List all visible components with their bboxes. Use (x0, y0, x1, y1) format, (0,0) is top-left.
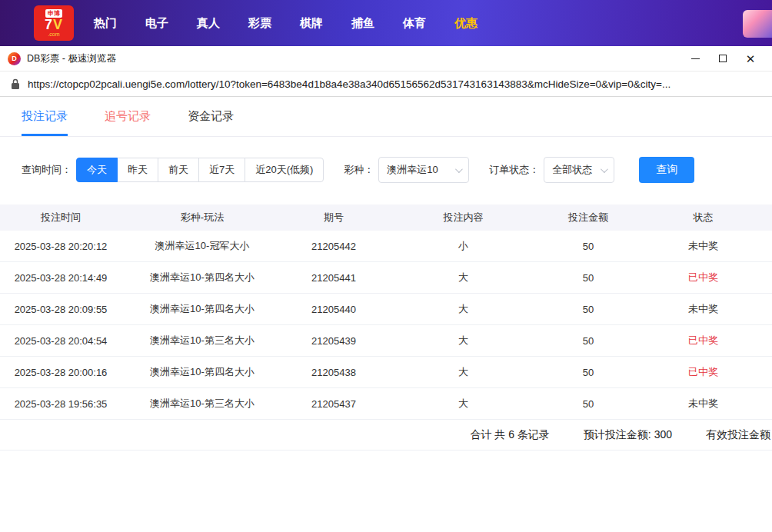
lottery-select[interactable]: 澳洲幸运10 (378, 157, 469, 183)
cell-game: 澳洲幸运10-第四名大小 (121, 262, 283, 293)
browser-favicon-icon: D (8, 52, 21, 65)
nav-item-live[interactable]: 真人 (197, 16, 220, 31)
cell-time: 2025-03-28 20:14:49 (0, 262, 121, 293)
time-filter-label: 查询时间： (22, 163, 72, 177)
chevron-down-icon (601, 165, 608, 173)
cell-amount: 50 (542, 357, 634, 387)
summary-total: 合计 共 6 条记录 (470, 428, 549, 442)
time-option-20days[interactable]: 近20天(低频) (245, 158, 324, 182)
summary-valid-amount: 有效投注金额 (706, 428, 770, 442)
time-filter-group: 今天 昨天 前天 近7天 近20天(低频) (76, 158, 324, 182)
lottery-select-value: 澳洲幸运10 (387, 163, 438, 177)
col-header-issue: 期号 (283, 204, 384, 231)
cell-amount: 50 (542, 325, 634, 356)
cell-time: 2025-03-28 20:00:16 (0, 357, 121, 387)
table-row: 2025-03-28 20:14:49 澳洲幸运10-第四名大小 2120544… (0, 262, 772, 294)
status-badge: 已中奖 (688, 334, 718, 347)
cell-time: 2025-03-28 20:04:54 (0, 325, 121, 356)
record-tabs: 投注记录 追号记录 资金记录 (0, 97, 772, 137)
table-row: 2025-03-28 20:00:16 澳洲幸运10-第四名大小 2120543… (0, 357, 772, 388)
col-header-time: 投注时间 (0, 204, 121, 231)
status-filter-label: 订单状态： (489, 163, 539, 177)
cell-game: 澳洲幸运10-冠军大小 (121, 231, 283, 261)
maximize-icon (719, 55, 727, 62)
cell-game: 澳洲幸运10-第四名大小 (121, 357, 283, 387)
status-badge: 未中奖 (688, 239, 718, 253)
cell-amount: 50 (542, 294, 634, 324)
site-logo[interactable]: 申博 7V .com (34, 5, 74, 41)
cell-status: 未中奖 (634, 388, 772, 419)
cell-time: 2025-03-28 20:20:12 (0, 231, 121, 261)
address-bar[interactable]: https://ctopcp02pcali.uengi5e.com/lotter… (0, 71, 772, 97)
browser-titlebar: D DB彩票 - 极速浏览器 ✕ (0, 46, 772, 71)
filter-bar: 查询时间： 今天 昨天 前天 近7天 近20天(低频) 彩种： 澳洲幸运10 订… (0, 157, 772, 183)
cell-content: 大 (384, 325, 542, 356)
cell-content: 大 (384, 294, 542, 324)
time-option-today[interactable]: 今天 (76, 158, 118, 182)
cell-game: 澳洲幸运10-第三名大小 (121, 325, 283, 356)
table-row: 2025-03-28 20:09:55 澳洲幸运10-第四名大小 2120544… (0, 294, 772, 325)
cell-content: 小 (384, 231, 542, 261)
table-row: 2025-03-28 19:56:35 澳洲幸运10-第三名大小 2120543… (0, 388, 772, 420)
cell-time: 2025-03-28 20:09:55 (0, 294, 121, 324)
logo-sub: .com (48, 32, 59, 37)
url-text[interactable]: https://ctopcp02pcali.uengi5e.com/lotter… (28, 78, 671, 90)
status-badge: 未中奖 (688, 302, 718, 316)
cell-game: 澳洲幸运10-第四名大小 (121, 294, 283, 324)
cell-amount: 50 (542, 388, 634, 419)
window-title: DB彩票 - 极速浏览器 (27, 52, 116, 65)
cell-amount: 50 (542, 231, 634, 261)
close-button[interactable]: ✕ (737, 48, 764, 68)
table-row: 2025-03-28 20:20:12 澳洲幸运10-冠军大小 21205442… (0, 231, 772, 262)
time-option-7days[interactable]: 近7天 (198, 158, 245, 182)
summary-expected-amount: 预计投注金额: 300 (584, 428, 672, 442)
table-header: 投注时间 彩种-玩法 期号 投注内容 投注金额 状态 (0, 204, 772, 231)
tab-bet-records[interactable]: 投注记录 (22, 109, 68, 136)
time-option-day-before[interactable]: 前天 (158, 158, 199, 182)
table-summary: 合计 共 6 条记录 预计投注金额: 300 有效投注金额 (0, 420, 772, 451)
cell-content: 大 (384, 357, 542, 387)
site-nav: 热门 电子 真人 彩票 棋牌 捕鱼 体育 优惠 (94, 16, 478, 31)
cell-content: 大 (384, 388, 542, 419)
order-status-select[interactable]: 全部状态 (544, 157, 614, 183)
table-row: 2025-03-28 20:04:54 澳洲幸运10-第三名大小 2120543… (0, 325, 772, 357)
order-status-value: 全部状态 (552, 163, 592, 177)
tab-fund-records[interactable]: 资金记录 (188, 109, 234, 136)
tab-chase-records[interactable]: 追号记录 (105, 109, 151, 136)
window-controls: ✕ (681, 48, 764, 68)
col-header-content: 投注内容 (384, 204, 542, 231)
cell-status: 未中奖 (634, 294, 772, 324)
lock-icon (11, 78, 20, 90)
maximize-button[interactable] (709, 48, 737, 68)
cell-issue: 21205439 (283, 325, 384, 356)
time-option-yesterday[interactable]: 昨天 (117, 158, 158, 182)
nav-item-promo[interactable]: 优惠 (454, 16, 478, 31)
nav-item-sports[interactable]: 体育 (403, 16, 426, 31)
minimize-icon (691, 58, 700, 59)
nav-item-electronic[interactable]: 电子 (145, 16, 168, 31)
col-header-amount: 投注金额 (542, 204, 634, 231)
cell-status: 已中奖 (634, 262, 772, 293)
col-header-game: 彩种-玩法 (121, 204, 283, 231)
search-button[interactable]: 查询 (639, 157, 694, 183)
site-topbar: 申博 7V .com 热门 电子 真人 彩票 棋牌 捕鱼 体育 优惠 (0, 0, 772, 46)
nav-item-cards[interactable]: 棋牌 (300, 16, 323, 31)
user-avatar[interactable] (743, 10, 772, 38)
cell-issue: 21205440 (283, 294, 384, 324)
col-header-status: 状态 (634, 204, 772, 231)
close-icon: ✕ (746, 53, 756, 65)
status-badge: 已中奖 (688, 365, 718, 379)
status-badge: 未中奖 (688, 397, 718, 411)
cell-game: 澳洲幸运10-第三名大小 (121, 388, 283, 419)
cell-time: 2025-03-28 19:56:35 (0, 388, 121, 419)
nav-item-fishing[interactable]: 捕鱼 (351, 16, 374, 31)
cell-amount: 50 (542, 262, 634, 293)
cell-issue: 21205438 (283, 357, 384, 387)
cell-status: 未中奖 (634, 231, 772, 261)
nav-item-lottery[interactable]: 彩票 (248, 16, 271, 31)
nav-item-hot[interactable]: 热门 (94, 16, 117, 31)
minimize-button[interactable] (681, 48, 709, 68)
cell-issue: 21205441 (283, 262, 384, 293)
cell-issue: 21205442 (283, 231, 384, 261)
lottery-filter-label: 彩种： (344, 163, 374, 177)
